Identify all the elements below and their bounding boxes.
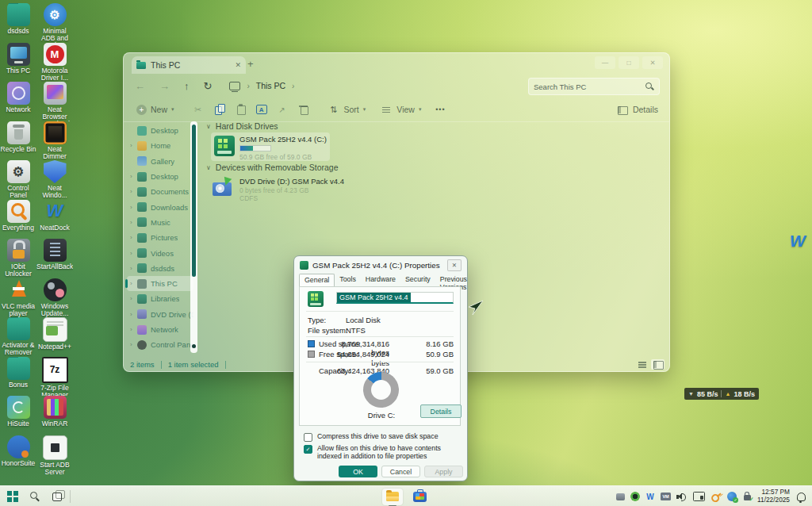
dialog-tab[interactable]: Hardware — [361, 274, 400, 286]
desktop-icon[interactable]: VLC media player — [0, 278, 36, 318]
sidebar-item[interactable]: › Network — [127, 322, 193, 337]
checkbox-row[interactable]: ✓ Allow files on this drive to have cont… — [304, 444, 461, 460]
sidebar-item[interactable]: › Music — [127, 215, 193, 230]
tray-icon[interactable] — [710, 491, 722, 502]
delete-icon[interactable] — [297, 103, 310, 116]
ok-button[interactable]: OK — [339, 466, 377, 477]
desktop-icon[interactable]: dsdsds — [0, 3, 36, 43]
desktop-icon[interactable]: Everything — [0, 200, 36, 240]
task-view-icon[interactable] — [52, 493, 62, 501]
chevron-icon[interactable]: › — [130, 311, 137, 318]
dialog-tab[interactable]: General — [299, 274, 335, 287]
tray-icon[interactable] — [693, 491, 705, 502]
desktop-icon[interactable]: ⚙ Minimal ADB and Fastboot — [36, 3, 73, 43]
copy-icon[interactable] — [213, 103, 226, 116]
chevron-icon[interactable]: › — [130, 219, 137, 226]
chevron-icon[interactable]: › — [130, 234, 137, 241]
desktop-icon[interactable]: StartAllBack — [36, 239, 73, 278]
dialog-close-icon[interactable]: ✕ — [447, 259, 462, 271]
desktop-icon[interactable]: Activator & Remover — [0, 317, 36, 357]
breadcrumb-location[interactable]: This PC — [256, 81, 285, 90]
desktop-icon[interactable]: 7z 7-Zip File Manager — [36, 357, 73, 397]
chevron-icon[interactable]: › — [130, 295, 137, 302]
tray-icon[interactable] — [615, 491, 625, 502]
desktop-icon[interactable]: HiSuite — [0, 396, 36, 435]
tab-close-icon[interactable]: ✕ — [235, 61, 241, 69]
floating-w-widget[interactable]: W — [790, 232, 806, 251]
share-icon[interactable]: ↗ — [276, 103, 289, 116]
maximize-button[interactable]: □ — [619, 56, 639, 69]
sidebar-item[interactable]: › This PC — [127, 276, 193, 291]
sidebar-item[interactable]: › Downloads — [127, 199, 193, 214]
search-icon[interactable] — [645, 82, 654, 91]
taskbar-toolbox-icon[interactable] — [409, 489, 430, 505]
tray-icon[interactable] — [742, 491, 752, 502]
sidebar-item[interactable]: › Libraries — [127, 291, 193, 306]
sidebar-item[interactable]: › Documents — [127, 184, 193, 199]
tray-icon[interactable] — [727, 491, 737, 502]
desktop-icon[interactable]: Windows Update... — [36, 278, 73, 318]
desktop-icon[interactable]: W NeatDock — [36, 200, 73, 240]
chevron-icon[interactable]: › — [130, 326, 137, 333]
desktop-icon[interactable]: WinRAR — [36, 396, 73, 435]
refresh-icon[interactable]: ↻ — [204, 80, 213, 92]
apply-button[interactable]: Apply — [424, 466, 463, 477]
sort-button[interactable]: ⇅ Sort ▾ — [327, 103, 366, 116]
checkbox-row[interactable]: Compress this drive to save disk space — [304, 432, 461, 442]
large-icons-view-icon[interactable] — [651, 359, 665, 370]
sidebar-item[interactable]: › Videos — [127, 245, 193, 260]
desktop-icon[interactable]: Notepad++ — [36, 317, 73, 357]
chevron-icon[interactable]: › — [130, 341, 137, 348]
drive-c-item[interactable]: GSM Pack 25H2 v4.4 (C:) 50.9 GB free of … — [211, 132, 330, 161]
cut-icon[interactable]: ✂ — [192, 103, 205, 116]
explorer-tab-this-pc[interactable]: This PC ✕ — [132, 56, 246, 74]
sidebar-item[interactable]: › Home — [127, 138, 193, 153]
sidebar-item[interactable]: › DVD Drive (D:) — [127, 307, 193, 322]
tray-icon[interactable] — [630, 491, 640, 502]
desktop-icon[interactable]: Network — [0, 82, 36, 121]
desktop-icon[interactable]: Start ADB Server — [36, 435, 73, 475]
dialog-tab[interactable]: Tools — [335, 274, 361, 286]
more-options-icon[interactable]: ••• — [434, 103, 446, 116]
desktop-icon[interactable]: IObit Unlocker — [0, 239, 36, 278]
tray-icon[interactable]: W — [645, 491, 655, 502]
cancel-button[interactable]: Cancel — [381, 466, 420, 477]
desktop-icon[interactable]: This PC — [0, 43, 36, 82]
sidebar-item[interactable]: Desktop — [127, 123, 193, 138]
rename-icon[interactable]: A — [256, 105, 267, 114]
up-icon[interactable]: ↑ — [184, 80, 190, 92]
minimize-button[interactable]: — — [595, 56, 615, 69]
chevron-icon[interactable]: › — [130, 142, 137, 149]
view-button[interactable]: View ▾ — [380, 103, 421, 116]
desktop-icon[interactable]: Neat Browser Download ... — [36, 82, 73, 121]
tray-icon[interactable]: VM — [661, 491, 671, 502]
new-button[interactable]: + New ▾ — [136, 105, 174, 115]
chevron-icon[interactable]: › — [130, 265, 137, 272]
paste-icon[interactable] — [235, 103, 247, 116]
notification-bell-icon[interactable] — [797, 493, 806, 501]
sidebar-item[interactable]: › Desktop — [127, 169, 193, 184]
desktop-icon[interactable]: Neat Windo... — [36, 160, 73, 200]
sidebar-item[interactable]: › Pictures — [127, 230, 193, 245]
sidebar-item[interactable]: Gallery — [127, 154, 193, 169]
tray-icon[interactable] — [676, 491, 688, 502]
dvd-drive-item[interactable]: DVD Drive (D:) GSM Pack v4.4 0 bytes fre… — [211, 175, 354, 207]
scrollbar-thumb[interactable] — [192, 125, 196, 277]
sidebar-item[interactable]: › Control Panel — [127, 337, 193, 352]
sidebar-item[interactable]: › dsdsds — [127, 261, 193, 276]
start-button-icon[interactable] — [7, 491, 12, 496]
dialog-tab[interactable]: Previous Versions — [435, 274, 472, 286]
details-toggle[interactable]: Details — [616, 103, 658, 116]
desktop-icon[interactable]: ⚙ Control Panel — [0, 160, 36, 200]
desktop-icon[interactable]: HonorSuite — [0, 435, 36, 475]
new-tab-button[interactable]: + — [247, 58, 254, 70]
checkbox[interactable]: ✓ — [304, 445, 312, 454]
dialog-tab[interactable]: Security — [400, 274, 435, 286]
close-button[interactable]: ✕ — [642, 56, 663, 69]
search-box[interactable]: Search This PC — [528, 78, 660, 95]
desktop-icon[interactable]: M Motorola Driver I... — [36, 43, 73, 82]
group-header-removable[interactable]: ∨ Devices with Removable Storage — [206, 163, 339, 172]
chevron-icon[interactable]: › — [130, 204, 137, 211]
taskbar-file-explorer-icon[interactable] — [382, 489, 403, 505]
chevron-icon[interactable]: › — [130, 280, 137, 287]
